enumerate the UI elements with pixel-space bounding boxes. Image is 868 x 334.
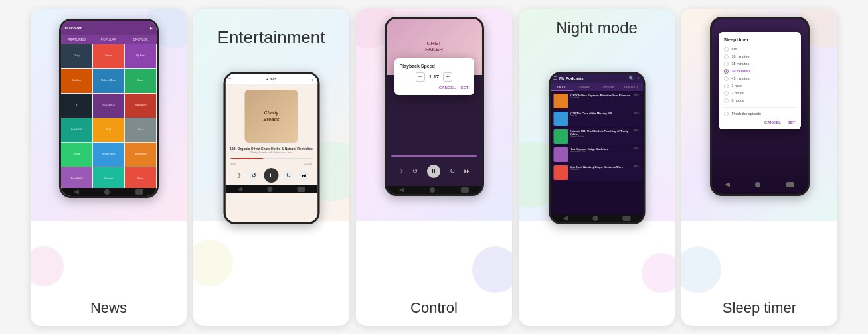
- thumb-4: [553, 147, 568, 162]
- label-2h: 2 hours: [732, 91, 744, 95]
- podcast-header: Discover ▶: [61, 21, 157, 35]
- sleep-option-15[interactable]: 15 minutes: [724, 60, 796, 68]
- sleep-option-45[interactable]: 45 minutes: [724, 75, 796, 82]
- sleep-recents-btn[interactable]: [786, 182, 794, 187]
- card-label-news: News: [31, 293, 187, 326]
- night-header: ☰ My Podcasts 🔍 ⋮: [551, 74, 643, 83]
- sleep-option-10[interactable]: 10 minutes: [724, 53, 796, 60]
- bottom-nav-bar: [61, 188, 157, 196]
- sleep-option-off[interactable]: Off: [724, 46, 796, 53]
- sleep-home-btn[interactable]: [755, 182, 760, 187]
- control-progress[interactable]: [391, 155, 477, 157]
- episode-sub-1: Erin Hinkle: [570, 97, 632, 100]
- card-label-control: Control: [356, 293, 512, 326]
- ent-controls: ☽ ↺ ⏸ ↻ ⏭: [225, 165, 317, 185]
- radio-finish[interactable]: [724, 112, 729, 116]
- play-pause-btn[interactable]: ⏸: [264, 168, 278, 183]
- ctrl-home-btn[interactable]: [430, 187, 435, 193]
- night-home-btn[interactable]: [593, 216, 598, 221]
- ctrl-next[interactable]: ⏭: [464, 167, 471, 175]
- blob-2-sleep: [681, 246, 721, 293]
- ctrl-back-btn[interactable]: [399, 187, 404, 193]
- sleep-option-1h[interactable]: 1 hour: [724, 82, 796, 90]
- ent-artwork-text: ChattyBroads: [261, 108, 281, 124]
- ctrl-play-pause[interactable]: ⏸: [427, 165, 440, 178]
- card-control: CHETFAKER Playback Speed − 1.17 + CANCEL…: [356, 9, 512, 326]
- label-30: 30 minutes: [732, 69, 751, 73]
- dialog-set-btn[interactable]: SET: [461, 86, 469, 90]
- phone-screen-night: ☰ My Podcasts 🔍 ⋮ LATEST LIBRARY OFFLINE…: [551, 74, 643, 222]
- night-back-btn[interactable]: [563, 216, 568, 221]
- episode-sub-2: Paris HI: [570, 115, 632, 118]
- grid-cell: Up First: [125, 44, 156, 68]
- tab-browse[interactable]: BROWSE: [125, 35, 157, 44]
- ctrl-fwd30[interactable]: ↻: [450, 167, 455, 175]
- tab-popular[interactable]: POPULAR: [93, 35, 125, 44]
- entertainment-screen: ☰ ▲ 3:45 ⋮ ChattyBroads 153: Organic Oli…: [225, 74, 317, 222]
- sleep-set-btn[interactable]: SET: [788, 120, 796, 124]
- ctrl-back15[interactable]: ↺: [412, 167, 418, 175]
- ent-back-btn[interactable]: [238, 187, 243, 192]
- ent-header-status: ▲ 3:45: [266, 77, 276, 81]
- radio-10[interactable]: [724, 54, 729, 59]
- recents-btn[interactable]: [135, 189, 143, 195]
- card-label-entertainment: Entertainment: [193, 21, 349, 57]
- blob-2-ent: [193, 240, 233, 286]
- night-recents-btn[interactable]: [623, 216, 631, 221]
- episode-content-5: Your Next Wandery Binge: Business Wars M…: [570, 165, 632, 171]
- control-player-controls: ☽ ↺ ⏸ ↻ ⏭: [387, 162, 482, 181]
- blob-2-night: [642, 253, 675, 293]
- ctrl-moon[interactable]: ☽: [397, 167, 403, 175]
- label-45: 45 minutes: [732, 76, 750, 80]
- radio-30[interactable]: [724, 69, 729, 74]
- label-15: 15 minutes: [732, 62, 750, 66]
- moon-btn[interactable]: ☽: [233, 170, 244, 181]
- sleep-cancel-btn[interactable]: CANCEL: [764, 120, 781, 124]
- sleep-dialog-actions: CANCEL SET: [724, 120, 796, 124]
- radio-45[interactable]: [724, 76, 729, 81]
- episode-date-2: MAR 4: [634, 112, 640, 114]
- dialog-cancel-btn[interactable]: CANCEL: [439, 86, 456, 90]
- ent-more-icon: ⋮: [311, 77, 314, 81]
- ent-progress-bar[interactable]: [230, 158, 312, 159]
- episode-content-4: How Humans Judge Machines Sustainable? R…: [570, 147, 632, 153]
- speed-increase-btn[interactable]: +: [443, 72, 452, 82]
- speed-value: 1.17: [429, 74, 440, 80]
- ent-home-btn[interactable]: [268, 187, 273, 192]
- home-btn[interactable]: [104, 189, 110, 195]
- ent-recents-btn[interactable]: [298, 187, 305, 192]
- phone-sleep: Sleep timer Off 10 minutes 15 minutes: [710, 17, 810, 196]
- control-bottom-bar: [387, 186, 482, 194]
- speed-decrease-btn[interactable]: −: [416, 72, 425, 82]
- night-episode-1: #247 Childers Epperon: Prioritize Your P…: [552, 92, 642, 110]
- skip-fwd-btn[interactable]: ↻: [284, 170, 294, 181]
- podcast-screen: Discover ▶ FEATURED POPULAR BROWSE Daily…: [61, 21, 157, 196]
- grid-cell: More: [125, 167, 156, 188]
- sleep-option-2h[interactable]: 2 hours: [724, 90, 796, 97]
- ctrl-recents-btn[interactable]: [461, 187, 469, 193]
- skip-back-btn[interactable]: ↺: [248, 170, 259, 181]
- ent-artwork: ChattyBroads: [245, 90, 298, 143]
- sleep-back-btn[interactable]: [725, 182, 730, 187]
- night-more-icon[interactable]: ⋮: [636, 76, 640, 80]
- next-btn[interactable]: ⏭: [299, 170, 309, 181]
- radio-3h[interactable]: [724, 98, 729, 103]
- night-tab-library[interactable]: LIBRARY: [574, 83, 597, 91]
- night-search-icon[interactable]: 🔍: [629, 76, 634, 80]
- tab-featured[interactable]: FEATURED: [61, 35, 93, 44]
- sleep-option-finish[interactable]: Finish the episode: [724, 110, 796, 118]
- radio-1h[interactable]: [724, 84, 729, 88]
- label-10: 10 minutes: [732, 54, 750, 58]
- radio-2h[interactable]: [724, 91, 729, 96]
- night-tab-offline[interactable]: OFFLINE: [597, 83, 620, 91]
- sleep-bottom-nav: [712, 182, 808, 187]
- radio-15[interactable]: [724, 62, 729, 66]
- dialog-title: Playback Speed: [400, 64, 469, 68]
- night-menu-icon: ☰: [553, 76, 557, 80]
- back-btn[interactable]: [74, 189, 79, 195]
- radio-off[interactable]: [724, 47, 729, 52]
- sleep-option-30[interactable]: 30 minutes: [724, 68, 796, 75]
- night-tab-latest[interactable]: LATEST: [551, 83, 574, 91]
- sleep-option-3h[interactable]: 3 hours: [724, 97, 796, 104]
- night-tab-playlists[interactable]: PLAYLISTS: [620, 83, 643, 91]
